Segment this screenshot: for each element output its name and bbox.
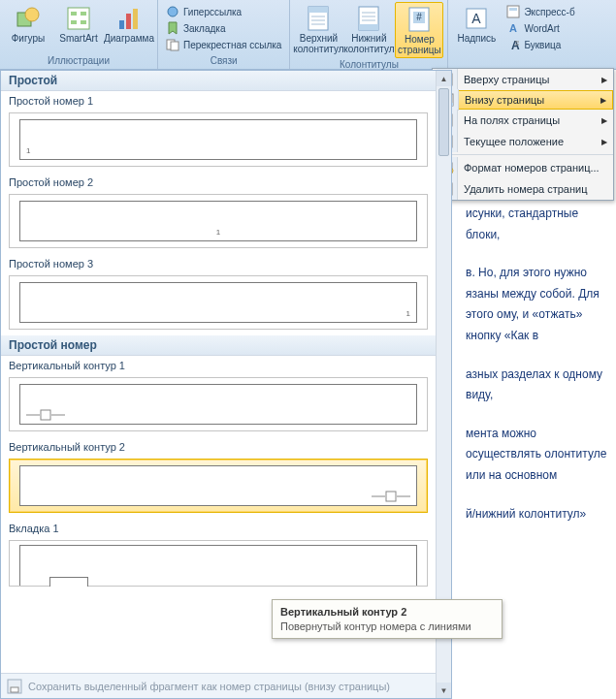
scroll-down-button[interactable]: ▼	[437, 683, 451, 698]
group-title-illustrations: Иллюстрации	[4, 54, 153, 67]
bookmark-icon	[166, 21, 179, 35]
svg-rect-14	[308, 7, 328, 13]
gallery-item-tooltip: Вертикальный контур 2 Повернутый контур …	[272, 599, 503, 639]
gallery-item-vert2[interactable]	[9, 459, 428, 513]
svg-rect-5	[71, 20, 77, 24]
textbox-icon: A	[462, 4, 491, 33]
svg-rect-6	[81, 20, 86, 24]
svg-text:A: A	[509, 22, 517, 34]
gallery-item-label: Простой номер 1	[1, 91, 436, 111]
svg-point-10	[168, 7, 178, 16]
footer-button[interactable]: Нижний колонтитул	[344, 2, 393, 56]
dropcap-label: Буквица	[524, 40, 561, 50]
ribbon-group-illustrations: Фигуры SmartArt Диаграмма Иллюстрации	[0, 0, 158, 69]
header-icon	[304, 4, 333, 33]
scroll-thumb[interactable]	[438, 88, 449, 156]
chevron-right-icon: ▶	[600, 96, 606, 105]
ribbon: Фигуры SmartArt Диаграмма Иллюстрации Ги…	[0, 0, 616, 70]
svg-rect-12	[171, 42, 178, 50]
pagenum-submenu: Вверху страницы ▶ Внизу страницы ▶ На по…	[432, 68, 614, 201]
tooltip-description: Повернутый контур номера с линиями	[280, 620, 494, 632]
submenu-current-position[interactable]: # Текущее положение ▶	[433, 131, 613, 152]
svg-rect-3	[71, 12, 77, 16]
gallery-item-tab1[interactable]	[9, 540, 428, 587]
quickparts-button[interactable]: Экспресс-б	[503, 4, 578, 19]
gallery-footer-label: Сохранить выделенный фрагмент как номер …	[28, 681, 390, 692]
chevron-right-icon: ▶	[601, 116, 607, 125]
dropcap-button[interactable]: A Буквица	[503, 37, 578, 52]
gallery-item-label: Вкладка 1	[1, 519, 436, 538]
quickparts-label: Экспресс-б	[524, 7, 574, 17]
bookmark-button[interactable]: Закладка	[162, 20, 285, 36]
svg-rect-19	[359, 24, 378, 30]
ribbon-group-links: Гиперссылка Закладка Перекрестная ссылка…	[158, 0, 290, 69]
svg-rect-48	[41, 410, 50, 420]
wordart-icon: A	[506, 21, 520, 35]
gallery-item-vert1[interactable]	[9, 377, 428, 431]
wordart-button[interactable]: A WordArt	[503, 20, 578, 36]
header-button[interactable]: Верхний колонтитул	[294, 2, 342, 56]
svg-point-1	[25, 8, 39, 21]
pagenum-label: Номер страницы	[398, 34, 441, 55]
smartart-label: SmartArt	[59, 33, 97, 44]
crossref-label: Перекрестная ссылка	[183, 40, 281, 50]
svg-rect-2	[68, 8, 89, 29]
document-body-text: исунки, стандартные блоки, в. Но, для эт…	[466, 204, 614, 542]
svg-rect-4	[81, 12, 86, 16]
gallery-item-simple1[interactable]: 1	[9, 112, 428, 167]
shapes-icon	[14, 4, 43, 33]
shapes-button[interactable]: Фигуры	[4, 2, 52, 46]
bookmark-label: Закладка	[183, 23, 225, 34]
svg-rect-9	[133, 9, 138, 29]
svg-rect-29	[509, 8, 517, 11]
textbox-button[interactable]: A Надпись	[452, 2, 501, 46]
gallery-item-label: Вертикальный контур 2	[1, 437, 436, 457]
gallery-item-label: Простой номер 3	[1, 254, 436, 273]
header-label: Верхний колонтитул	[293, 33, 343, 54]
tooltip-title: Вертикальный контур 2	[280, 606, 494, 618]
submenu-page-margins[interactable]: На полях страницы ▶	[433, 110, 613, 131]
gallery-item-label: Вертикальный контур 1	[1, 356, 436, 375]
ribbon-group-headers: Верхний колонтитул Нижний колонтитул # Н…	[290, 0, 448, 69]
svg-rect-28	[507, 6, 519, 17]
chevron-right-icon: ▶	[601, 76, 607, 84]
wordart-label: WordArt	[524, 23, 560, 34]
chart-button[interactable]: Диаграмма	[105, 2, 153, 46]
crossref-icon	[166, 38, 179, 51]
svg-text:A: A	[472, 11, 482, 26]
gallery-item-simple2[interactable]: 1	[9, 194, 428, 248]
chevron-right-icon: ▶	[601, 138, 607, 146]
smartart-icon	[64, 4, 93, 33]
gallery-footer[interactable]: Сохранить выделенный фрагмент как номер …	[1, 673, 436, 698]
gallery-category-header: Простой номер	[1, 335, 436, 356]
chart-icon	[114, 4, 144, 33]
footer-label: Нижний колонтитул	[343, 33, 394, 54]
smartart-button[interactable]: SmartArt	[54, 2, 103, 46]
submenu-top-of-page[interactable]: Вверху страницы ▶	[433, 69, 613, 90]
submenu-bottom-of-page[interactable]: Внизу страницы ▶	[433, 90, 613, 110]
scroll-up-button[interactable]: ▲	[437, 71, 451, 86]
crossref-button[interactable]: Перекрестная ссылка	[162, 37, 285, 52]
dropcap-icon: A	[506, 38, 520, 51]
svg-text:#: #	[417, 12, 423, 22]
svg-rect-51	[386, 492, 396, 501]
group-title-links: Связи	[162, 54, 285, 67]
save-selection-icon	[7, 679, 22, 694]
gallery-item-label: Простой номер 2	[1, 173, 436, 192]
footer-icon	[354, 4, 383, 33]
submenu-format-page-numbers[interactable]: Формат номеров страниц...	[433, 157, 613, 178]
svg-rect-54	[11, 687, 18, 692]
shapes-label: Фигуры	[12, 33, 45, 44]
hyperlink-label: Гиперссылка	[183, 7, 242, 17]
ribbon-group-text: A Надпись Экспресс-б A WordArt A Буквица	[448, 0, 616, 69]
pagenum-button[interactable]: # Номер страницы	[395, 2, 443, 58]
hyperlink-button[interactable]: Гиперссылка	[162, 4, 285, 19]
pagenum-icon: #	[405, 5, 434, 34]
svg-rect-7	[119, 20, 124, 29]
submenu-remove-page-numbers[interactable]: Удалить номера страниц	[433, 178, 613, 200]
quickparts-icon	[506, 5, 520, 18]
gallery-category-header: Простой	[1, 71, 436, 91]
textbox-label: Надпись	[457, 33, 496, 44]
gallery-item-simple3[interactable]: 1	[9, 275, 428, 330]
svg-rect-8	[126, 14, 131, 29]
